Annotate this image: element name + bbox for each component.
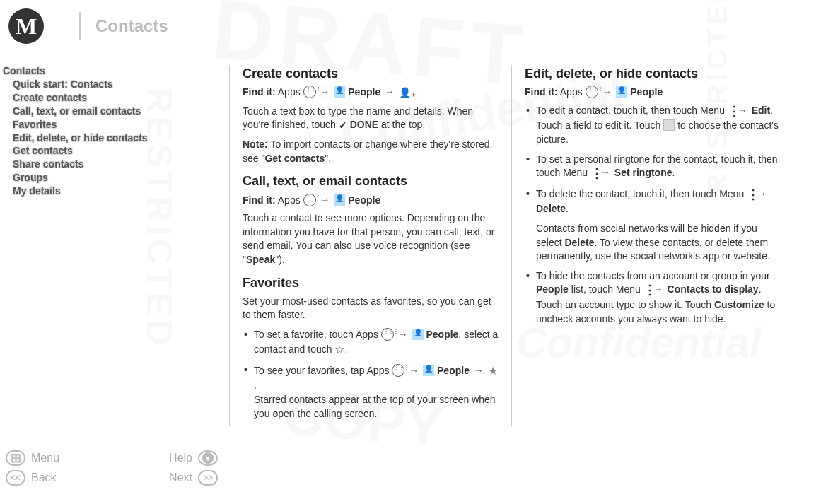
- text: People: [348, 194, 380, 206]
- list-item: To set a favorite, touch Apps → People, …: [243, 328, 499, 358]
- toc-item[interactable]: Edit, delete, or hide contacts: [13, 131, 215, 145]
- arrow-icon: →: [397, 329, 409, 340]
- next-button[interactable]: >> Next: [169, 470, 218, 486]
- menu-icon: [590, 168, 596, 182]
- content-column-1: Create contacts Find it: Apps → People →…: [229, 65, 512, 426]
- section-heading: Call, text, or email contacts: [243, 172, 499, 190]
- find-it-line: Find it: Apps → People →: [243, 86, 499, 100]
- arrow-icon: →: [652, 283, 665, 295]
- text: Apps: [278, 194, 301, 206]
- find-it-line: Find it: Apps → People: [525, 86, 782, 100]
- text: People: [630, 86, 663, 98]
- people-icon: [334, 86, 345, 98]
- bottom-nav: Menu Help << Back >> Next: [6, 450, 218, 490]
- menu-grid-icon: [6, 450, 25, 466]
- text: Starred contacts appear at the top of yo…: [254, 393, 499, 421]
- people-icon: [334, 194, 345, 206]
- arrow-icon: →: [383, 86, 396, 98]
- check-icon: [339, 119, 347, 133]
- toc-root[interactable]: Contacts: [3, 65, 215, 76]
- paragraph: Touch a text box to type the name and de…: [243, 105, 499, 133]
- nav-label: Next: [169, 471, 192, 484]
- arrow-icon: →: [472, 365, 485, 376]
- paragraph: Contacts from social networks will be hi…: [536, 222, 782, 264]
- apps-icon: [303, 86, 316, 98]
- arrow-icon: →: [318, 86, 331, 98]
- apps-icon: [303, 194, 316, 206]
- menu-button[interactable]: Menu: [6, 450, 59, 466]
- menu-icon: [747, 189, 752, 203]
- toc-item[interactable]: My details: [13, 184, 215, 198]
- section-heading: Create contacts: [243, 65, 499, 83]
- toc-item[interactable]: Get contacts: [13, 144, 215, 158]
- text: Apps: [278, 86, 301, 98]
- list-item: To delete the contact, touch it, then to…: [525, 187, 782, 264]
- menu-icon: [728, 105, 733, 119]
- star-outline-icon: [334, 342, 344, 358]
- page-title: Contacts: [95, 16, 168, 36]
- list-item: To hide the contacts from an account or …: [525, 269, 782, 326]
- toc-item[interactable]: Call, text, or email contacts: [13, 105, 215, 118]
- toc-item[interactable]: Create contacts: [13, 91, 215, 105]
- findit-label: Find it:: [243, 194, 276, 206]
- apps-icon: [586, 86, 598, 98]
- people-icon: [423, 365, 434, 376]
- next-icon: >>: [198, 470, 218, 486]
- find-it-line: Find it: Apps → People: [243, 194, 499, 208]
- list-item: To edit a contact, touch it, then touch …: [525, 104, 782, 147]
- section-heading: Edit, delete, or hide contacts: [525, 65, 782, 83]
- paragraph: Set your most-used contacts as favorites…: [243, 295, 499, 322]
- nav-label: Menu: [31, 452, 59, 464]
- star-icon: [488, 363, 498, 379]
- arrow-icon: →: [600, 86, 613, 98]
- arrow-icon: →: [318, 194, 331, 206]
- findit-label: Find it:: [525, 86, 558, 98]
- apps-icon: [381, 328, 394, 341]
- help-down-icon: [198, 450, 218, 466]
- list-item: To set a personal ringtone for the conta…: [525, 153, 782, 182]
- motorola-logo-icon: M: [8, 8, 44, 44]
- arrow-icon: →: [599, 167, 612, 178]
- people-icon: [412, 329, 424, 340]
- add-person-icon: [399, 86, 416, 100]
- back-icon: <<: [6, 470, 25, 486]
- divider: [79, 12, 81, 40]
- content-column-2: Edit, delete, or hide contacts Find it: …: [512, 65, 795, 426]
- paragraph: Note: To import contacts or change where…: [243, 138, 499, 165]
- toc-item[interactable]: Groups: [13, 171, 215, 184]
- menu-icon: [643, 284, 649, 298]
- nav-label: Help: [169, 452, 192, 464]
- list-item: To see your favorites, tap Apps → People…: [243, 363, 499, 421]
- paragraph: Touch a contact to see more options. Dep…: [243, 211, 499, 266]
- people-icon: [616, 86, 627, 98]
- findit-label: Find it:: [243, 86, 276, 98]
- text: Apps: [560, 86, 583, 98]
- arrow-icon: →: [755, 188, 768, 199]
- nav-label: Back: [31, 471, 57, 484]
- help-button[interactable]: Help: [169, 450, 218, 466]
- photo-placeholder-icon: [663, 119, 675, 131]
- back-button[interactable]: << Back: [6, 470, 57, 486]
- toc-item[interactable]: Quick start: Contacts: [13, 78, 215, 91]
- arrow-icon: →: [407, 365, 420, 376]
- section-heading: Favorites: [243, 274, 499, 292]
- apps-icon: [392, 364, 404, 377]
- arrow-icon: →: [736, 105, 749, 116]
- toc-sidebar: Contacts Quick start: Contacts Create co…: [3, 65, 229, 426]
- toc-item[interactable]: Share contacts: [13, 158, 215, 171]
- toc-item[interactable]: Favorites: [13, 118, 215, 131]
- text: People: [348, 86, 380, 98]
